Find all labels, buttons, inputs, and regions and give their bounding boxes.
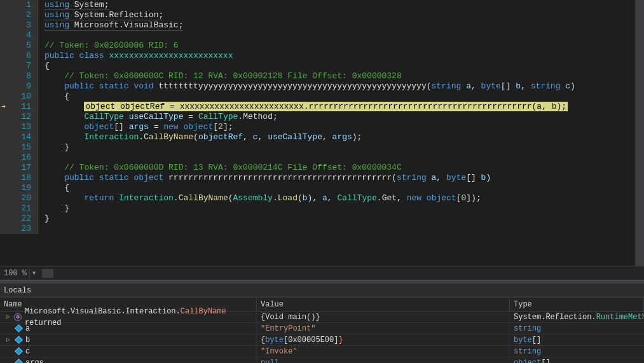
code-line[interactable]: 17 // Token: 0x0600000D RID: 13 RVA: 0x0…: [0, 163, 644, 173]
locals-value-cell[interactable]: {byte[0x00005E00]}: [257, 334, 510, 345]
code-text[interactable]: return Interaction.CallByName(Assembly.L…: [38, 193, 644, 203]
locals-value-cell[interactable]: null: [257, 357, 510, 363]
locals-name-cell[interactable]: args: [0, 357, 257, 363]
vertical-scrollbar[interactable]: [635, 0, 644, 266]
glyph-margin[interactable]: [0, 203, 11, 214]
code-text[interactable]: [38, 153, 644, 163]
line-number: 19: [11, 183, 38, 193]
glyph-margin[interactable]: [0, 153, 11, 163]
code-text[interactable]: using System;: [38, 0, 644, 10]
code-line[interactable]: 8 // Token: 0x0600000C RID: 12 RVA: 0x00…: [0, 71, 644, 81]
glyph-margin[interactable]: [0, 31, 11, 41]
code-text[interactable]: {: [38, 61, 644, 71]
code-line[interactable]: 12 CallType useCallType = CallType.Metho…: [0, 112, 644, 122]
glyph-margin[interactable]: [0, 51, 11, 61]
locals-name-cell[interactable]: ▷⊙Microsoft.VisualBasic.Interaction.Call…: [0, 312, 257, 322]
locals-row[interactable]: a"EntryPoint"string: [0, 323, 644, 334]
glyph-margin[interactable]: [0, 173, 11, 183]
code-text[interactable]: }: [38, 214, 644, 224]
code-line[interactable]: 22}: [0, 214, 644, 224]
glyph-margin[interactable]: [0, 224, 11, 234]
expander-icon[interactable]: ▷: [5, 312, 11, 323]
line-number: 7: [11, 61, 38, 71]
locals-name-cell[interactable]: a: [0, 323, 257, 334]
code-line[interactable]: ➔11 object objectRef = xxxxxxxxxxxxxxxxx…: [0, 102, 644, 112]
horizontal-scroll-nub[interactable]: [42, 269, 53, 278]
locals-header-type[interactable]: Type: [510, 298, 644, 311]
zoom-dropdown-icon[interactable]: ▾: [29, 268, 38, 278]
code-text[interactable]: [38, 31, 644, 41]
glyph-margin[interactable]: [0, 61, 11, 71]
code-text[interactable]: // Token: 0x0600000C RID: 12 RVA: 0x0000…: [38, 71, 644, 81]
code-text[interactable]: Interaction.CallByName(objectRef, c, use…: [38, 132, 644, 142]
expander-icon[interactable]: ▷: [5, 334, 11, 346]
locals-name-cell[interactable]: ▷b: [0, 334, 257, 345]
locals-row[interactable]: ▷b{byte[0x00005E00]}byte[]: [0, 334, 644, 346]
code-line[interactable]: 5// Token: 0x02000006 RID: 6: [0, 41, 644, 51]
code-line[interactable]: 15 }: [0, 142, 644, 153]
code-line[interactable]: 13 object[] args = new object[2];: [0, 122, 644, 132]
code-text[interactable]: // Token: 0x0600000D RID: 13 RVA: 0x0000…: [38, 163, 644, 173]
glyph-margin[interactable]: ➔: [0, 102, 11, 112]
line-number: 6: [11, 51, 38, 61]
code-line[interactable]: 9 public static void ttttttttyyyyyyyyyyy…: [0, 81, 644, 92]
locals-row[interactable]: c"Invoke"string: [0, 346, 644, 357]
glyph-margin[interactable]: [0, 193, 11, 203]
glyph-margin[interactable]: [0, 92, 11, 102]
code-text[interactable]: public class xxxxxxxxxxxxxxxxxxxxxxxxx: [38, 51, 644, 61]
glyph-margin[interactable]: [0, 71, 11, 81]
code-line[interactable]: 14 Interaction.CallByName(objectRef, c, …: [0, 132, 644, 142]
code-text[interactable]: using System.Reflection;: [38, 10, 644, 20]
code-text[interactable]: public static object rrrrrrrrrrrrrrrrrrr…: [38, 173, 644, 183]
glyph-margin[interactable]: [0, 132, 11, 142]
code-line[interactable]: 18 public static object rrrrrrrrrrrrrrrr…: [0, 173, 644, 183]
code-line[interactable]: 4: [0, 31, 644, 41]
locals-value-cell[interactable]: "EntryPoint": [257, 323, 510, 334]
locals-type-cell: System.Reflection.RuntimeMetho...: [510, 312, 644, 322]
code-line[interactable]: 20 return Interaction.CallByName(Assembl…: [0, 193, 644, 203]
code-line[interactable]: 6public class xxxxxxxxxxxxxxxxxxxxxxxxx: [0, 51, 644, 61]
glyph-margin[interactable]: [0, 163, 11, 173]
locals-value-cell[interactable]: {Void main()}: [257, 312, 510, 322]
glyph-margin[interactable]: [0, 112, 11, 122]
line-number: 21: [11, 203, 38, 214]
code-text[interactable]: {: [38, 183, 644, 193]
code-text[interactable]: using Microsoft.VisualBasic;: [38, 20, 644, 31]
code-text[interactable]: object objectRef = xxxxxxxxxxxxxxxxxxxxx…: [38, 102, 644, 112]
code-text[interactable]: }: [38, 203, 644, 214]
code-text[interactable]: object[] args = new object[2];: [38, 122, 644, 132]
glyph-margin[interactable]: [0, 10, 11, 20]
glyph-margin[interactable]: [0, 214, 11, 224]
code-line[interactable]: 1using System;: [0, 0, 644, 10]
line-number: 8: [11, 71, 38, 81]
glyph-margin[interactable]: [0, 122, 11, 132]
glyph-margin[interactable]: [0, 41, 11, 51]
code-text[interactable]: // Token: 0x02000006 RID: 6: [38, 41, 644, 51]
zoom-level[interactable]: 100 %: [4, 269, 29, 278]
code-line[interactable]: 3using Microsoft.VisualBasic;: [0, 20, 644, 31]
locals-value-cell[interactable]: "Invoke": [257, 346, 510, 357]
line-number: 3: [11, 20, 38, 31]
locals-row[interactable]: ▷⊙Microsoft.VisualBasic.Interaction.Call…: [0, 312, 644, 323]
code-editor[interactable]: 1using System;2using System.Reflection;3…: [0, 0, 644, 266]
code-text[interactable]: {: [38, 92, 644, 102]
code-line[interactable]: 7{: [0, 61, 644, 71]
code-text[interactable]: }: [38, 142, 644, 153]
code-text[interactable]: CallType useCallType = CallType.Method;: [38, 112, 644, 122]
locals-name-cell[interactable]: c: [0, 346, 257, 357]
glyph-margin[interactable]: [0, 183, 11, 193]
glyph-margin[interactable]: [0, 81, 11, 92]
locals-header-value[interactable]: Value: [257, 298, 510, 311]
code-line[interactable]: 21 }: [0, 203, 644, 214]
code-text[interactable]: public static void ttttttttyyyyyyyyyyyyy…: [38, 81, 644, 92]
glyph-margin[interactable]: [0, 20, 11, 31]
code-line[interactable]: 19 {: [0, 183, 644, 193]
glyph-margin[interactable]: [0, 0, 11, 10]
code-line[interactable]: 16: [0, 153, 644, 163]
code-line[interactable]: 10 {: [0, 92, 644, 102]
glyph-margin[interactable]: [0, 142, 11, 153]
code-line[interactable]: 23: [0, 224, 644, 234]
code-line[interactable]: 2using System.Reflection;: [0, 10, 644, 20]
code-text[interactable]: [38, 224, 644, 234]
locals-row[interactable]: argsnullobject[]: [0, 357, 644, 363]
